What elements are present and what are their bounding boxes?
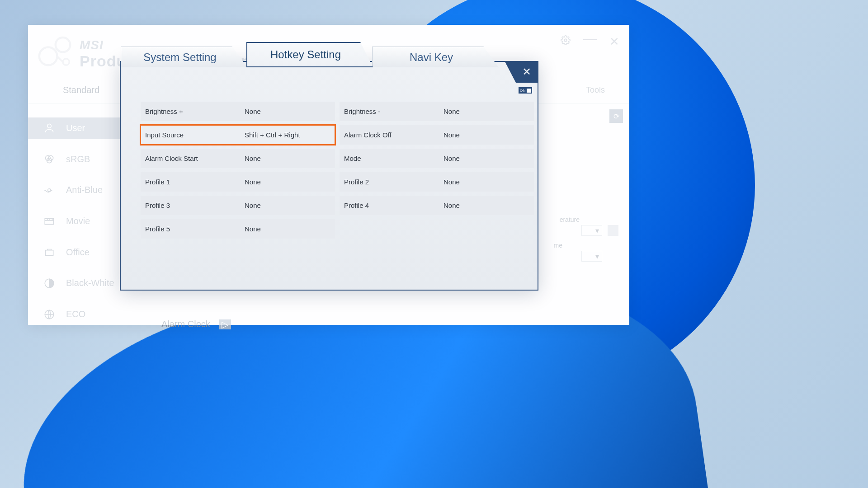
hotkey-label: Profile 3 bbox=[145, 202, 245, 209]
hotkey-value: None bbox=[443, 202, 534, 209]
sidebar-item-label: User bbox=[66, 123, 85, 133]
sidebar-item-anti-blue[interactable]: Anti-Blue bbox=[28, 179, 134, 201]
hotkey-label: Input Source bbox=[145, 131, 245, 139]
hotkey-value: None bbox=[245, 178, 335, 186]
hotkey-row-mode[interactable]: Mode None bbox=[340, 149, 534, 168]
hotkey-label: Alarm Clock Start bbox=[145, 155, 245, 162]
svg-point-0 bbox=[56, 38, 70, 52]
sidebar-item-user[interactable]: User bbox=[28, 117, 134, 139]
hotkey-label: Alarm Clock Off bbox=[344, 131, 443, 139]
eco-icon bbox=[43, 309, 55, 320]
close-window-button[interactable]: ✕ bbox=[609, 35, 619, 49]
time-dropdown[interactable]: ▾ bbox=[581, 251, 602, 262]
sidebar-item-srgb[interactable]: sRGB bbox=[28, 149, 134, 170]
svg-point-4 bbox=[564, 39, 567, 42]
svg-point-2 bbox=[63, 59, 69, 65]
nav-tab-tools[interactable]: Tools bbox=[561, 76, 629, 103]
sidebar-item-movie[interactable]: Movie bbox=[28, 211, 134, 232]
hotkey-label: Profile 5 bbox=[145, 225, 245, 233]
tab-hotkey-setting[interactable]: Hotkey Setting bbox=[246, 42, 373, 67]
hotkey-label: Profile 1 bbox=[145, 178, 245, 186]
hotkey-row-profile-3[interactable]: Profile 3 None bbox=[141, 196, 335, 215]
close-icon: ✕ bbox=[522, 66, 531, 77]
hotkey-row-profile-1[interactable]: Profile 1 None bbox=[141, 172, 335, 192]
temperature-dropdown[interactable]: ▾ bbox=[581, 225, 602, 236]
hotkey-label: Brightness - bbox=[344, 108, 443, 115]
hotkey-label: Brightness + bbox=[145, 108, 245, 115]
hotkey-row-alarm-clock-off[interactable]: Alarm Clock Off None bbox=[340, 125, 534, 145]
temperature-swatch[interactable] bbox=[608, 225, 618, 236]
toggle-label: ON bbox=[520, 89, 526, 93]
sidebar: User sRGB Anti-Blue Movie bbox=[28, 104, 134, 325]
tab-system-setting[interactable]: System Setting bbox=[121, 47, 247, 67]
hotkey-label: Profile 2 bbox=[344, 178, 443, 186]
hotkey-value: None bbox=[245, 108, 335, 115]
hotkey-value: None bbox=[443, 178, 534, 186]
sidebar-item-label: Movie bbox=[66, 216, 90, 226]
tab-navi-key[interactable]: Navi Key bbox=[372, 47, 499, 67]
hotkey-label: Profile 4 bbox=[344, 202, 443, 209]
time-label-fragment: me bbox=[554, 242, 562, 249]
svg-point-9 bbox=[48, 189, 51, 192]
svg-line-3 bbox=[57, 56, 63, 62]
user-icon bbox=[43, 122, 55, 134]
hotkey-value: None bbox=[443, 155, 534, 162]
svg-rect-15 bbox=[45, 250, 53, 256]
hotkey-row-brightness-plus[interactable]: Brightness + None bbox=[141, 102, 335, 121]
sidebar-item-black-white[interactable]: Black-White bbox=[28, 273, 134, 294]
hotkey-row-profile-4[interactable]: Profile 4 None bbox=[340, 196, 534, 215]
hotkey-modal: System Setting Hotkey Setting Navi Key ✕… bbox=[120, 61, 538, 291]
sidebar-item-label: ECO bbox=[66, 309, 85, 319]
sidebar-item-label: Office bbox=[66, 247, 90, 258]
alarm-clock-label: Alarm Clock bbox=[161, 319, 210, 329]
hotkey-row-profile-2[interactable]: Profile 2 None bbox=[340, 172, 534, 192]
logo-gears-icon bbox=[34, 33, 75, 74]
anti-blue-icon bbox=[43, 184, 55, 196]
svg-point-5 bbox=[47, 124, 52, 128]
hotkey-value: None bbox=[443, 108, 534, 115]
hotkey-value: Shift + Ctrl + Right bbox=[245, 131, 335, 139]
hotkey-value: None bbox=[443, 131, 534, 139]
hotkey-value: None bbox=[245, 155, 335, 162]
nav-tab-standard[interactable]: Standard bbox=[28, 76, 134, 103]
sidebar-item-label: sRGB bbox=[66, 154, 90, 164]
hotkey-row-input-source[interactable]: Input Source Shift + Ctrl + Right bbox=[141, 125, 335, 145]
srgb-icon bbox=[43, 153, 55, 165]
chevron-down-icon: ▾ bbox=[595, 252, 599, 261]
hotkey-value: None bbox=[245, 202, 335, 209]
hotkey-value: None bbox=[245, 225, 335, 233]
hotkey-row-alarm-clock-start[interactable]: Alarm Clock Start None bbox=[141, 149, 335, 168]
svg-point-1 bbox=[39, 47, 57, 66]
hotkey-row-profile-5[interactable]: Profile 5 None bbox=[141, 219, 335, 239]
modal-tabbar: System Setting Hotkey Setting Navi Key bbox=[121, 47, 538, 74]
hotkey-label: Mode bbox=[344, 155, 443, 162]
office-icon bbox=[43, 246, 55, 258]
minimize-button[interactable]: — bbox=[583, 31, 597, 47]
temperature-label-fragment: erature bbox=[560, 216, 580, 223]
alarm-clock-row: Alarm Clock ▷ bbox=[161, 319, 231, 329]
hotkey-row-empty bbox=[340, 219, 534, 239]
sidebar-item-label: Anti-Blue bbox=[66, 185, 103, 195]
hotkey-row-brightness-minus[interactable]: Brightness - None bbox=[340, 102, 534, 121]
sidebar-item-label: Black-White bbox=[66, 278, 114, 288]
reset-icon: ⟳ bbox=[613, 112, 619, 121]
window-controls: — ✕ bbox=[561, 34, 619, 49]
toggle-knob bbox=[527, 89, 531, 93]
movie-icon bbox=[43, 216, 55, 227]
reset-button[interactable]: ⟳ bbox=[609, 109, 623, 123]
chevron-down-icon: ▾ bbox=[595, 226, 599, 235]
sidebar-item-eco[interactable]: ECO bbox=[28, 304, 134, 325]
play-icon: ▷ bbox=[222, 319, 228, 330]
alarm-play-button[interactable]: ▷ bbox=[219, 319, 231, 329]
settings-gear-icon[interactable] bbox=[561, 35, 571, 48]
black-white-icon bbox=[43, 277, 55, 289]
sidebar-item-office[interactable]: Office bbox=[28, 242, 134, 263]
hotkey-grid: Brightness + None Brightness - None Inpu… bbox=[141, 102, 532, 239]
hotkey-master-toggle[interactable]: ON bbox=[519, 87, 532, 94]
